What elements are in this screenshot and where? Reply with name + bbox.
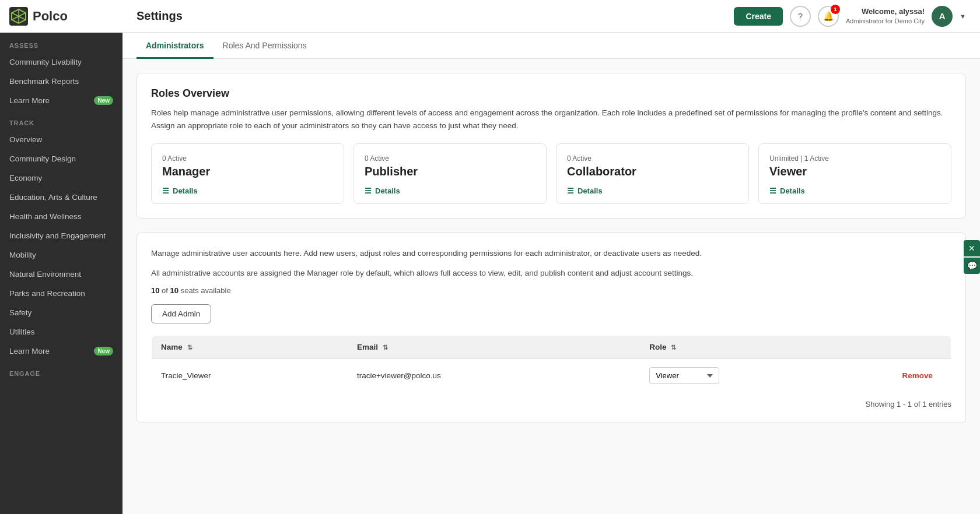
admin-management-section: Manage administrative user accounts here… (136, 233, 966, 423)
column-header-email[interactable]: Email ⇅ (348, 336, 640, 359)
sidebar-item-learn-more-track[interactable]: Learn More New (0, 342, 123, 361)
widget-feedback-button[interactable]: 💬 (964, 258, 980, 274)
sort-icon-role: ⇅ (671, 344, 676, 351)
widget-close-button[interactable]: ✕ (964, 240, 980, 256)
admin-description-2: All administrative accounts are assigned… (151, 267, 951, 280)
role-card-manager: 0 Active Manager ☰ Details (151, 143, 344, 204)
roles-overview-description: Roles help manage administrative user pe… (151, 107, 951, 132)
welcome-text: Welcome, alyssa! Administrator for Demo … (846, 6, 925, 26)
polco-logo-icon (9, 7, 28, 26)
cell-actions: Remove (893, 359, 951, 393)
tab-administrators[interactable]: Administrators (136, 33, 214, 59)
cell-email: tracie+viewer@polco.us (348, 359, 640, 393)
roles-grid: 0 Active Manager ☰ Details 0 Active Publ… (151, 143, 951, 204)
seats-info: 10 of 10 seats available (151, 286, 951, 295)
sort-icon-email: ⇅ (383, 344, 388, 351)
help-button[interactable]: ? (790, 6, 811, 27)
right-widget: ✕ 💬 (964, 240, 980, 274)
table-row: Tracie_Viewer tracie+viewer@polco.us Man… (152, 359, 951, 393)
sidebar-item-economy[interactable]: Economy (0, 168, 123, 188)
logo-text: Polco (33, 9, 68, 24)
sidebar-section-track: TRACK (0, 110, 123, 130)
showing-entries: Showing 1 - 1 of 1 entries (151, 400, 951, 409)
admin-description-1: Manage administrative user accounts here… (151, 247, 951, 260)
badge-new-assess: New (94, 96, 113, 105)
sidebar-item-community-livability[interactable]: Community Livability (0, 52, 123, 72)
manager-active-count: 0 Active (162, 154, 333, 163)
sidebar-item-health-wellness[interactable]: Health and Wellness (0, 207, 123, 226)
seats-total: 10 (170, 286, 178, 295)
table-header-row: Name ⇅ Email ⇅ Role ⇅ (152, 336, 951, 359)
chevron-down-icon: ▼ (960, 13, 966, 20)
welcome-name: Welcome, alyssa! (846, 6, 925, 17)
role-card-publisher: 0 Active Publisher ☰ Details (354, 143, 547, 204)
sidebar-section-assess: ASSESS (0, 33, 123, 52)
column-header-actions (893, 336, 951, 359)
sidebar-item-community-design[interactable]: Community Design (0, 149, 123, 168)
manager-role-name: Manager (162, 165, 333, 178)
column-header-name[interactable]: Name ⇅ (152, 336, 348, 359)
collaborator-active-count: 0 Active (567, 154, 738, 163)
sidebar-item-utilities[interactable]: Utilities (0, 322, 123, 342)
sort-icon-name: ⇅ (187, 344, 192, 351)
sidebar-scroll: ASSESS Community Livability Benchmark Re… (0, 33, 123, 514)
tab-bar: Administrators Roles And Permissions (123, 33, 980, 59)
remove-button[interactable]: Remove (902, 371, 933, 380)
chat-icon: 💬 (967, 261, 977, 270)
content-area: Roles Overview Roles help manage adminis… (123, 59, 980, 514)
role-card-collaborator: 0 Active Collaborator ☰ Details (556, 143, 749, 204)
add-admin-button[interactable]: Add Admin (151, 304, 211, 323)
seats-label: seats available (181, 286, 231, 295)
sidebar-item-benchmark-reports[interactable]: Benchmark Reports (0, 72, 123, 91)
admin-table: Name ⇅ Email ⇅ Role ⇅ (151, 335, 951, 393)
cell-name: Tracie_Viewer (152, 359, 348, 393)
page-body: Roles Overview Roles help manage adminis… (123, 59, 980, 437)
header-actions: Create ? 🔔 1 Welcome, alyssa! Administra… (734, 6, 966, 27)
sidebar-item-education-arts[interactable]: Education, Arts & Culture (0, 188, 123, 207)
roles-overview-title: Roles Overview (151, 87, 951, 100)
seats-available: 10 (151, 286, 159, 295)
help-icon: ? (798, 11, 803, 21)
collaborator-role-name: Collaborator (567, 165, 738, 178)
roles-overview-card: Roles Overview Roles help manage adminis… (136, 73, 966, 219)
create-button[interactable]: Create (734, 7, 783, 26)
main-content: Settings Create ? 🔔 1 Welcome, alyssa! A… (123, 0, 980, 514)
sidebar-section-engage: ENGAGE (0, 361, 123, 381)
list-icon: ☰ (365, 186, 372, 195)
sidebar-item-overview[interactable]: Overview (0, 130, 123, 149)
tab-roles-permissions[interactable]: Roles And Permissions (214, 33, 316, 59)
notifications-button[interactable]: 🔔 1 (818, 6, 839, 27)
x-icon: ✕ (968, 244, 975, 253)
cell-role: Manager Publisher Collaborator Viewer (640, 359, 892, 393)
logo[interactable]: Polco (0, 0, 123, 33)
viewer-role-name: Viewer (769, 165, 940, 178)
viewer-active-count: Unlimited | 1 Active (769, 154, 940, 163)
page-title: Settings (136, 9, 183, 23)
sidebar-item-learn-more-assess[interactable]: Learn More New (0, 91, 123, 110)
sidebar-item-inclusivity[interactable]: Inclusivity and Engagement (0, 226, 123, 245)
sidebar-item-mobility[interactable]: Mobility (0, 245, 123, 265)
viewer-details-link[interactable]: ☰ Details (769, 186, 940, 195)
sidebar-item-safety[interactable]: Safety (0, 303, 123, 322)
role-select-viewer[interactable]: Manager Publisher Collaborator Viewer (649, 367, 719, 384)
sidebar: Polco ASSESS Community Livability Benchm… (0, 0, 123, 514)
sidebar-item-parks-recreation[interactable]: Parks and Recreation (0, 284, 123, 303)
manager-details-link[interactable]: ☰ Details (162, 186, 333, 195)
header: Settings Create ? 🔔 1 Welcome, alyssa! A… (123, 0, 980, 33)
publisher-details-link[interactable]: ☰ Details (365, 186, 536, 195)
column-header-role[interactable]: Role ⇅ (640, 336, 892, 359)
avatar-button[interactable]: A (932, 6, 953, 27)
publisher-role-name: Publisher (365, 165, 536, 178)
welcome-role: Administrator for Demo City (846, 17, 925, 26)
notification-badge: 1 (831, 5, 840, 14)
role-card-viewer: Unlimited | 1 Active Viewer ☰ Details (758, 143, 951, 204)
sidebar-item-natural-environment[interactable]: Natural Environment (0, 265, 123, 284)
publisher-active-count: 0 Active (365, 154, 536, 163)
list-icon: ☰ (162, 186, 169, 195)
list-icon: ☰ (567, 186, 574, 195)
list-icon: ☰ (769, 186, 776, 195)
badge-new-track: New (94, 347, 113, 355)
collaborator-details-link[interactable]: ☰ Details (567, 186, 738, 195)
